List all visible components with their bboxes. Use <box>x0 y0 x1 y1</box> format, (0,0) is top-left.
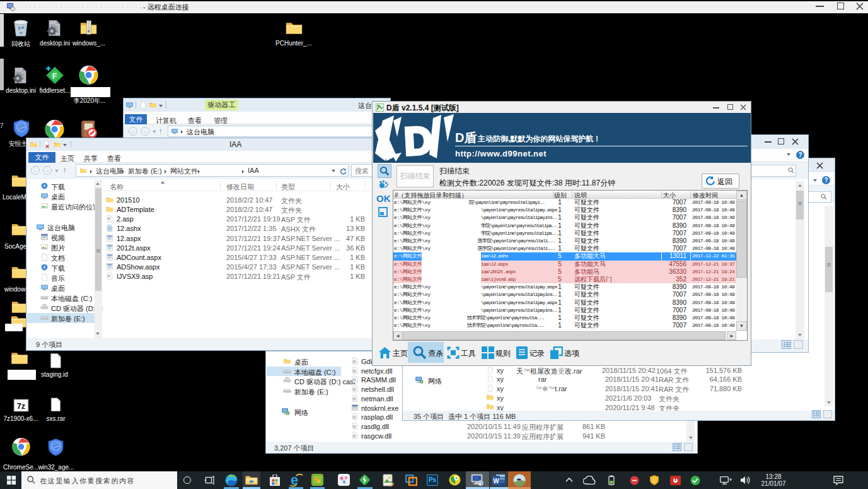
svg-text:W: W <box>493 478 499 485</box>
svg-text:D: D <box>403 118 433 162</box>
